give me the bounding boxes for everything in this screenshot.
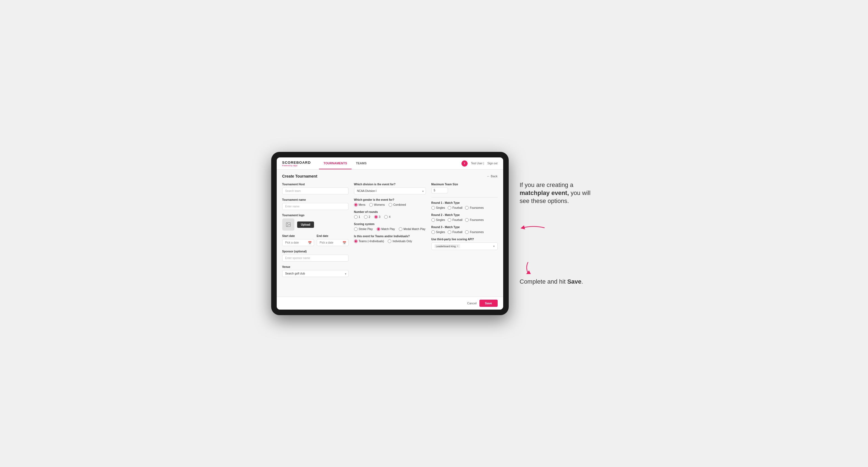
third-party-select[interactable]: Leaderboard King × ▾	[431, 243, 498, 250]
scoring-match-label: Match Play	[381, 227, 395, 230]
end-date-group: End date 📅	[317, 235, 348, 246]
sponsor-label: Sponsor (optional)	[282, 250, 348, 253]
rounds-4-label: 4	[389, 215, 391, 218]
nav-right: T Test User | Sign out	[462, 160, 497, 166]
max-team-size-input[interactable]: 5	[431, 188, 448, 193]
round1-singles-label: Singles	[436, 206, 445, 209]
teams-group: Is this event for Teams and/or Individua…	[354, 235, 426, 243]
start-date-group: Start date 📅	[282, 235, 314, 246]
division-label: Which division is the event for?	[354, 183, 426, 186]
scoring-medal-match-label: Medal Match Play	[403, 227, 425, 230]
annotation-bottom-bold: Save	[567, 278, 581, 285]
leaderboard-king-chip: Leaderboard King ×	[434, 244, 460, 248]
round1-foursomes[interactable]: Foursomes	[465, 206, 484, 210]
annotation-top-block: If you are creating a matchplay event, y…	[520, 181, 597, 233]
rounds-2[interactable]: 2	[364, 215, 370, 219]
sponsor-group: Sponsor (optional)	[282, 250, 348, 261]
round2-foursomes[interactable]: Foursomes	[465, 218, 484, 222]
round3-fourball[interactable]: Fourball	[448, 230, 462, 234]
dates-group: Start date 📅 End date	[282, 235, 348, 246]
rounds-radio-group: 1 2 3	[354, 215, 426, 219]
teams-teams[interactable]: Teams (+Individuals)	[354, 240, 384, 243]
annotation-bottom-part2: .	[581, 278, 583, 285]
third-party-group: Use third-party live scoring API? Leader…	[431, 238, 498, 250]
avatar: T	[462, 160, 468, 166]
annotations: If you are creating a matchplay event, y…	[520, 181, 597, 286]
tournament-name-group: Tournament name	[282, 198, 348, 210]
arrow-top-icon	[520, 224, 547, 232]
tournament-host-input[interactable]	[282, 188, 348, 194]
dropdown-arrow-icon: ▾	[493, 245, 495, 248]
remove-chip-icon[interactable]: ×	[457, 245, 459, 248]
annotation-bottom-part1: Complete and hit	[520, 278, 567, 285]
svg-point-1	[287, 223, 288, 224]
round1-match-type: Round 1 - Match Type Singles Fourball	[431, 201, 498, 210]
round1-foursomes-label: Foursomes	[470, 206, 484, 209]
form-layout: Tournament Host Tournament name Tourname…	[282, 183, 498, 281]
scoring-stroke[interactable]: Stroke Play	[354, 227, 373, 231]
back-button[interactable]: ← Back	[487, 175, 498, 178]
tab-teams[interactable]: TEAMS	[351, 157, 371, 169]
gender-womens[interactable]: Womens	[369, 203, 385, 207]
gender-mens[interactable]: Mens	[354, 203, 365, 207]
round3-foursomes-label: Foursomes	[470, 230, 484, 234]
end-date-label: End date	[317, 235, 348, 238]
upload-button[interactable]: Upload	[297, 221, 314, 228]
logo-upload-area: Upload	[282, 218, 348, 230]
gender-label: Which gender is the event for?	[354, 198, 426, 201]
round1-fourball-label: Fourball	[453, 206, 462, 209]
rounds-2-label: 2	[369, 215, 370, 218]
round2-singles[interactable]: Singles	[431, 218, 445, 222]
round3-foursomes[interactable]: Foursomes	[465, 230, 484, 234]
rounds-label: Number of rounds	[354, 211, 426, 214]
cancel-button[interactable]: Cancel	[467, 302, 477, 305]
tournament-logo-label: Tournament logo	[282, 214, 348, 217]
round1-radio-group: Singles Fourball Foursomes	[431, 206, 498, 210]
divider-1	[431, 197, 498, 197]
nav-bar: SCOREBOARD Powered by clippt TOURNAMENTS…	[277, 157, 503, 169]
third-party-label: Use third-party live scoring API?	[431, 238, 498, 241]
app-logo: SCOREBOARD Powered by clippt	[282, 160, 311, 166]
round3-singles-label: Singles	[436, 230, 445, 234]
round1-singles[interactable]: Singles	[431, 206, 445, 210]
round3-singles[interactable]: Singles	[431, 230, 445, 234]
tab-tournaments[interactable]: TOURNAMENTS	[319, 157, 351, 169]
sponsor-input[interactable]	[282, 255, 348, 261]
venue-group: Venue Search golf club	[282, 266, 348, 277]
round2-match-type: Round 2 - Match Type Singles Fourball	[431, 214, 498, 222]
scoring-group: Scoring system Stroke Play Match Play	[354, 223, 426, 231]
round2-fourball[interactable]: Fourball	[448, 218, 462, 222]
page-header: Create Tournament ← Back	[282, 174, 498, 178]
gender-group: Which gender is the event for? Mens Wome…	[354, 198, 426, 207]
start-date-wrapper: 📅	[282, 239, 314, 246]
max-team-size-group: Maximum Team Size 5	[431, 183, 498, 193]
scoring-radio-group: Stroke Play Match Play Medal Match Play	[354, 227, 426, 231]
teams-individuals[interactable]: Individuals Only	[388, 240, 412, 243]
rounds-1[interactable]: 1	[354, 215, 361, 219]
venue-select[interactable]: Search golf club	[282, 270, 348, 277]
round1-fourball[interactable]: Fourball	[448, 206, 462, 210]
save-button[interactable]: Save	[479, 300, 498, 307]
end-date-wrapper: 📅	[317, 239, 348, 246]
scoring-match[interactable]: Match Play	[377, 227, 395, 231]
middle-column: Which division is the event for? NCAA Di…	[354, 183, 426, 281]
tournament-name-input[interactable]	[282, 203, 348, 210]
calendar-icon-end: 📅	[342, 241, 346, 244]
page-content: Create Tournament ← Back Tournament Host…	[277, 169, 503, 297]
annotation-bottom-block: Complete and hit Save.	[520, 261, 597, 286]
round2-label: Round 2 - Match Type	[431, 214, 498, 217]
division-select[interactable]: NCAA Division I	[354, 188, 426, 194]
gender-combined[interactable]: Combined	[389, 203, 406, 207]
page-title: Create Tournament	[282, 174, 317, 178]
scoring-medal-match[interactable]: Medal Match Play	[399, 227, 425, 231]
rounds-4[interactable]: 4	[384, 215, 391, 219]
right-column: Maximum Team Size 5 Round 1 - Match Type…	[431, 183, 498, 281]
signout-link[interactable]: Sign out	[488, 162, 498, 165]
rounds-3[interactable]: 3	[374, 215, 380, 219]
gender-mens-label: Mens	[359, 203, 365, 206]
max-team-size-label: Maximum Team Size	[431, 183, 498, 186]
round2-radio-group: Singles Fourball Foursomes	[431, 218, 498, 222]
scoring-stroke-label: Stroke Play	[359, 227, 373, 230]
logo-placeholder	[282, 218, 294, 230]
teams-teams-label: Teams (+Individuals)	[359, 240, 384, 243]
